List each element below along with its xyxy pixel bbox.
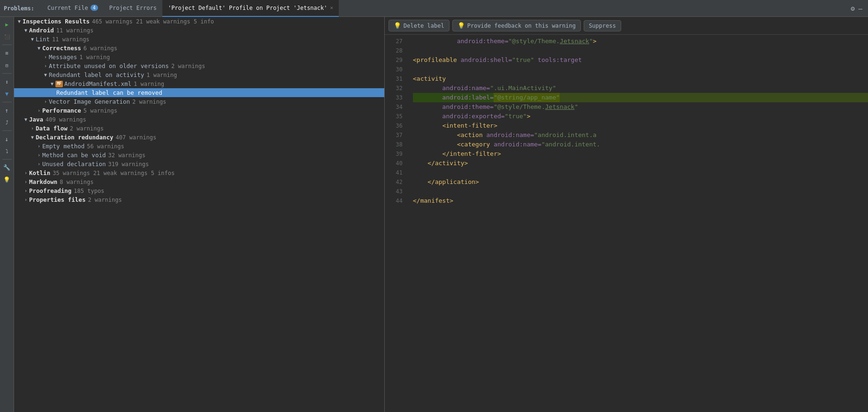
code-span (413, 130, 457, 140)
run-button[interactable]: ▶ (1, 19, 13, 30)
tab-project-profile[interactable]: 'Project Default' Profile on Project 'Je… (162, 0, 339, 17)
code-span: < (413, 55, 417, 65)
collapse-all-button[interactable]: ⊟ (1, 60, 13, 71)
tree-item-android[interactable]: ▼ Android 11 warnings (14, 26, 384, 35)
navigate-up-icon: ⤴ (6, 120, 8, 126)
tree-item-proofreading[interactable]: › Proofreading 185 typos (14, 186, 384, 195)
code-span: > (449, 196, 453, 206)
down-button[interactable]: ↓ (1, 133, 13, 145)
androidmanifest-label: AndroidManifest.xml (64, 80, 131, 87)
tree-item-markdown[interactable]: › Markdown 8 warnings (14, 177, 384, 186)
proofreading-label: Proofreading (29, 187, 71, 194)
code-span: < (442, 121, 446, 130)
vector-image-label: Vector Image Generation (49, 98, 130, 105)
tree-item-correctness[interactable]: ▼ Correctness 6 warnings (14, 44, 384, 53)
tree-item-empty-method[interactable]: › Empty method 56 warnings (14, 142, 384, 151)
feedback-button[interactable]: 💡 Provide feedback on this warning (452, 20, 581, 31)
kotlin-count: 35 warnings 21 weak warnings 5 infos (53, 170, 175, 176)
code-span: activity (435, 159, 464, 168)
filter-button[interactable]: ▼ (1, 88, 13, 99)
filter-icon: ▼ (5, 91, 8, 97)
navigate-up-button[interactable]: ⤴ (1, 117, 13, 128)
correctness-label: Correctness (42, 45, 81, 52)
code-span: android:label= (413, 93, 494, 102)
tree-item-method-void[interactable]: › Method can be void 32 warnings (14, 151, 384, 160)
method-void-count: 32 warnings (108, 152, 145, 159)
code-line-36: <intent-filter> (413, 121, 868, 130)
tree-item-declaration-redundancy[interactable]: ▼ Declaration redundancy 407 warnings (14, 133, 384, 142)
unused-declaration-arrow-icon: › (36, 161, 42, 167)
tree-item-redundant-label-warning[interactable]: Redundant label can be removed (14, 88, 384, 97)
properties-arrow-icon: › (23, 197, 29, 202)
stop-icon: ⬛ (4, 34, 10, 39)
code-span: < (457, 140, 461, 149)
sort-button[interactable]: ↕ (1, 76, 13, 87)
stop-button[interactable]: ⬛ (1, 31, 13, 42)
tree-item-properties-files[interactable]: › Properties files 2 warnings (14, 195, 384, 204)
tree-item-vector-image[interactable]: › Vector Image Generation 2 warnings (14, 97, 384, 106)
expand-all-button[interactable]: ≡ (1, 47, 13, 59)
tree-item-java[interactable]: ▼ Java 409 warnings (14, 115, 384, 124)
code-line-32: android:name=".ui.MainActivity" (413, 84, 868, 93)
attribute-unused-arrow-icon: › (42, 63, 49, 69)
code-line-35: android:exported="true"> (413, 112, 868, 121)
lightbulb-icon: 💡 (3, 176, 10, 183)
code-line-43 (413, 187, 868, 196)
tab-current-file[interactable]: Current File 4 (42, 0, 104, 17)
code-span: "true" (512, 55, 534, 65)
lightbulb-button[interactable]: 💡 (1, 174, 13, 185)
tree-item-androidmanifest[interactable]: ▼ MF AndroidManifest.xml 1 warning (14, 79, 384, 88)
tree-item-unused-declaration[interactable]: › Unused declaration 319 warnings (14, 160, 384, 168)
code-span: intent-filter (449, 149, 497, 159)
settings-gear-icon[interactable]: ⚙ (849, 3, 856, 14)
tree-item-messages[interactable]: › Messages 1 warning (14, 53, 384, 61)
code-span: tools:target (534, 55, 582, 65)
navigate-down-button[interactable]: ⤵ (1, 145, 13, 157)
android-arrow-icon: ▼ (23, 28, 29, 33)
tree-item-attribute-unused[interactable]: › Attribute unused on older versions 2 w… (14, 61, 384, 70)
code-line-41 (413, 168, 868, 177)
redundant-label-count: 1 warning (146, 72, 177, 78)
kotlin-label: Kotlin (29, 169, 50, 176)
declaration-redundancy-label: Declaration redundancy (36, 134, 114, 141)
unused-declaration-count: 319 warnings (108, 161, 149, 168)
code-span: android:exported= (413, 112, 505, 121)
minimize-icon[interactable]: — (857, 3, 864, 14)
delete-label-text: Delete label (404, 23, 444, 29)
tree-item-lint[interactable]: ▼ Lint 11 warnings (14, 35, 384, 44)
tree-item-performance[interactable]: › Performance 5 warnings (14, 106, 384, 115)
tree-root-inspections[interactable]: ▼ Inspections Results 465 warnings 21 we… (14, 17, 384, 26)
close-icon[interactable]: ✕ (330, 5, 333, 11)
code-span: > (497, 149, 501, 159)
messages-label: Messages (49, 53, 77, 61)
code-span (413, 149, 442, 159)
delete-label-button[interactable]: 💡 Delete label (388, 20, 449, 31)
tab-project-profile-label: 'Project Default' Profile on Project 'Je… (168, 5, 327, 11)
root-count: 465 warnings 21 weak warnings 5 info (92, 18, 214, 25)
markdown-arrow-icon: › (23, 179, 29, 184)
code-line-34: android:theme="@style/Theme.Jetsnack" (413, 102, 868, 112)
tab-project-errors[interactable]: Project Errors (104, 0, 162, 17)
code-span: profileable (417, 55, 457, 65)
tree-item-redundant-label[interactable]: ▼ Redundant label on activity 1 warning (14, 70, 384, 79)
wrench-button[interactable]: 🔧 (1, 162, 13, 173)
toolbar-separator-5 (2, 159, 12, 160)
code-view: 27 28 29 30 31 32 33 34 35 36 37 38 39 4… (385, 35, 868, 412)
feedback-bulb-icon: 💡 (457, 22, 465, 29)
toolbar-separator-3 (2, 102, 12, 102)
java-arrow-icon: ▼ (23, 117, 29, 122)
markdown-label: Markdown (29, 178, 57, 185)
up-button[interactable]: ↑ (1, 105, 13, 116)
tree-item-dataflow[interactable]: › Data flow 2 warnings (14, 124, 384, 133)
code-span (413, 177, 427, 187)
tab-project-errors-label: Project Errors (109, 5, 157, 11)
code-span: android:theme= (413, 102, 494, 112)
kotlin-arrow-icon: › (23, 170, 29, 175)
code-editor: android:theme="@style/Theme.Jetsnack"> <… (407, 35, 868, 412)
code-span: manifest (420, 196, 450, 206)
code-line-29: <profileable android:shell="true" tools:… (413, 55, 868, 65)
code-span: "@style/Theme.Jetsnack" (494, 102, 578, 112)
code-span: action (461, 130, 483, 140)
suppress-button[interactable]: Suppress (584, 20, 621, 31)
tree-item-kotlin[interactable]: › Kotlin 35 warnings 21 weak warnings 5 … (14, 168, 384, 177)
